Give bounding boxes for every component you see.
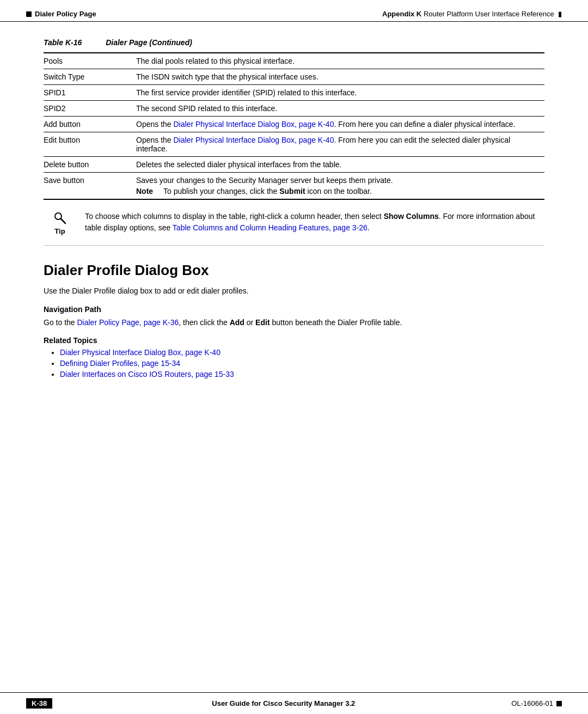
page-footer: K-38 User Guide for Cisco Security Manag… — [0, 692, 588, 714]
related-link-2[interactable]: Defining Dialer Profiles, page 15-34 — [60, 359, 180, 368]
table-row: Add button Opens the Dialer Physical Int… — [44, 117, 544, 132]
header-left: Dialer Policy Page — [26, 10, 96, 18]
note-label: Note — [136, 187, 157, 196]
term-pools: Pools — [44, 53, 131, 69]
edit-button-link[interactable]: Dialer Physical Interface Dialog Box, pa… — [174, 136, 334, 144]
related-topics-list: Dialer Physical Interface Dialog Box, pa… — [60, 348, 544, 379]
table-row: Switch Type The ISDN switch type that th… — [44, 69, 544, 85]
table-row: Pools The dial pools related to this phy… — [44, 53, 544, 69]
list-item: Defining Dialer Profiles, page 15-34 — [60, 359, 544, 368]
list-item: Dialer Physical Interface Dialog Box, pa… — [60, 348, 544, 357]
appendix-label: Appendix K — [382, 10, 421, 18]
term-save-button: Save button — [44, 173, 131, 200]
main-content: Table K-16 Dialer Page (Continued) Pools… — [0, 22, 588, 428]
table-caption-label: Table K-16 — [44, 38, 82, 47]
related-link-3[interactable]: Dialer Interfaces on Cisco IOS Routers, … — [60, 370, 234, 379]
def-pools: The dial pools related to this physical … — [131, 53, 544, 69]
footer-right-label: OL-16066-01 — [511, 699, 553, 707]
page-header: Dialer Policy Page Appendix K Router Pla… — [0, 0, 588, 22]
section-description: Use the Dialer Profile dialog box to add… — [44, 286, 544, 295]
related-link-1[interactable]: Dialer Physical Interface Dialog Box, pa… — [60, 348, 220, 357]
def-switch-type: The ISDN switch type that the physical i… — [131, 69, 544, 85]
header-title: Router Platform User Interface Reference — [424, 10, 554, 18]
header-icon — [26, 11, 32, 17]
tip-content: To choose which columns to display in th… — [85, 211, 544, 234]
add-button-link[interactable]: Dialer Physical Interface Dialog Box, pa… — [174, 120, 334, 129]
footer-left: K-38 — [26, 698, 56, 709]
def-save-button: Saves your changes to the Security Manag… — [131, 173, 544, 200]
table-row: Edit button Opens the Dialer Physical In… — [44, 132, 544, 157]
def-edit-button: Opens the Dialer Physical Interface Dial… — [131, 132, 544, 157]
nav-path-content: Go to the Dialer Policy Page, page K-36,… — [44, 317, 544, 328]
def-spid2: The second SPID related to this interfac… — [131, 101, 544, 117]
nav-path-link[interactable]: Dialer Policy Page, page K-36 — [77, 318, 179, 327]
related-topics-heading: Related Topics — [44, 336, 544, 345]
section-heading: Dialer Profile Dialog Box — [44, 262, 544, 279]
main-table: Pools The dial pools related to this phy… — [44, 52, 544, 200]
def-spid1: The first service provider identifier (S… — [131, 85, 544, 101]
def-delete-button: Deletes the selected dialer physical int… — [131, 157, 544, 173]
table-row: SPID1 The first service provider identif… — [44, 85, 544, 101]
table-caption-title: Dialer Page (Continued) — [106, 38, 192, 47]
page-number-box: K-38 — [26, 698, 52, 709]
table-row: SPID2 The second SPID related to this in… — [44, 101, 544, 117]
header-left-label: Dialer Policy Page — [35, 10, 96, 18]
nav-path-heading: Navigation Path — [44, 305, 544, 314]
list-item: Dialer Interfaces on Cisco IOS Routers, … — [60, 370, 544, 379]
note-content: To publish your changes, click the Submi… — [163, 187, 372, 196]
table-row: Delete button Deletes the selected diale… — [44, 157, 544, 173]
footer-center: User Guide for Cisco Security Manager 3.… — [212, 699, 355, 707]
term-add-button: Add button — [44, 117, 131, 132]
term-spid1: SPID1 — [44, 85, 131, 101]
tip-link[interactable]: Table Columns and Column Heading Feature… — [173, 223, 367, 232]
tip-icon-area: Tip — [44, 211, 76, 235]
svg-line-1 — [61, 219, 66, 224]
table-caption: Table K-16 Dialer Page (Continued) — [44, 38, 544, 47]
def-add-button: Opens the Dialer Physical Interface Dial… — [131, 117, 544, 132]
term-delete-button: Delete button — [44, 157, 131, 173]
term-edit-button: Edit button — [44, 132, 131, 157]
tip-label: Tip — [54, 227, 65, 235]
term-spid2: SPID2 — [44, 101, 131, 117]
footer-icon — [556, 701, 562, 706]
tip-section: Tip To choose which columns to display i… — [44, 211, 544, 246]
term-switch-type: Switch Type — [44, 69, 131, 85]
header-right: Appendix K Router Platform User Interfac… — [382, 10, 562, 18]
note-row: Note To publish your changes, click the … — [136, 187, 539, 196]
table-row: Save button Saves your changes to the Se… — [44, 173, 544, 200]
tip-icon — [52, 211, 68, 226]
footer-right: OL-16066-01 — [511, 699, 562, 707]
